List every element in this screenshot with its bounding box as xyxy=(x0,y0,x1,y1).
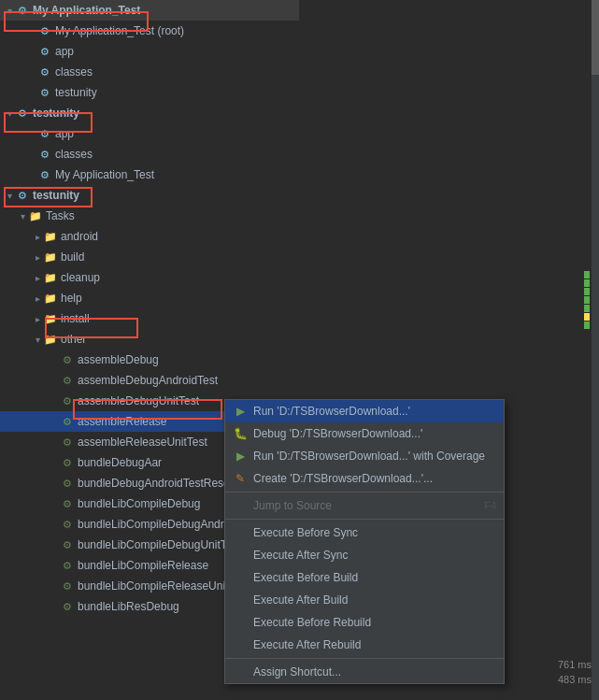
tree-item-testunity1[interactable]: ⚙ testunity xyxy=(0,82,299,103)
ctx-separator-3 xyxy=(225,658,504,659)
tree-label-assembledebug: assembleDebug xyxy=(78,353,159,366)
ctx-assign-label: Assign Shortcut... xyxy=(253,665,496,679)
tree-label-classes1: classes xyxy=(55,65,93,79)
arrow-cleanup xyxy=(32,272,43,283)
exec-before-build-icon xyxy=(233,570,248,585)
green-bar-1 xyxy=(584,271,590,279)
gradle-icon-10: ⚙ xyxy=(15,188,30,203)
ctx-separator-1 xyxy=(225,492,504,493)
tree-label-testunity-group: testunity xyxy=(33,107,79,120)
main-panel: ⚙ My Application_Test ⚙ My Application_T… xyxy=(0,0,599,700)
tree-item-tasks[interactable]: 📁 Tasks xyxy=(0,206,299,226)
ctx-create-item[interactable]: ✎ Create 'D:/TSBrowserDownload...'... xyxy=(225,467,504,490)
ctx-exec-after-sync-label: Execute After Sync xyxy=(253,549,496,562)
arrow-empty-15 xyxy=(49,498,60,509)
tree-label-app2: app xyxy=(55,127,74,140)
green-bar-5 xyxy=(584,305,590,312)
ctx-exec-before-sync-item[interactable]: Execute Before Sync xyxy=(225,521,504,544)
scrollbar-thumb[interactable] xyxy=(592,0,599,75)
tree-item-app2[interactable]: ⚙ app xyxy=(0,123,299,144)
tree-label-myapp: My Application_Test xyxy=(55,168,154,181)
arrow-other xyxy=(32,334,43,345)
arrow-empty-19 xyxy=(49,580,60,592)
gear-icon-assemblerelease: ⚙ xyxy=(60,414,75,429)
ctx-exec-after-sync-item[interactable]: Execute After Sync xyxy=(225,544,504,566)
ctx-exec-before-build-item[interactable]: Execute Before Build xyxy=(225,566,504,589)
tree-label-assemblerelease: assembleRelease xyxy=(78,415,166,428)
tree-label-assembledebugunitest: assembleDebugUnitTest xyxy=(78,394,199,407)
tree-item-classes1[interactable]: ⚙ classes xyxy=(0,62,299,82)
tree-item-testunity2[interactable]: ⚙ testunity xyxy=(0,185,299,206)
ctx-jump-item[interactable]: Jump to Source F4 xyxy=(225,494,504,517)
tree-label-bundlelibresDebug: bundleLibResDebug xyxy=(78,600,179,613)
ctx-assign-item[interactable]: Assign Shortcut... xyxy=(225,661,504,683)
gradle-icon-4: ⚙ xyxy=(37,64,52,79)
ctx-exec-before-rebuild-item[interactable]: Execute Before Rebuild xyxy=(225,611,504,634)
arrow-empty-2 xyxy=(26,46,37,57)
gear-icon-bundlelibcompiledebugunitest: ⚙ xyxy=(60,537,75,552)
arrow-install xyxy=(32,313,43,324)
arrow-empty-13 xyxy=(49,457,60,468)
tree-item-android[interactable]: 📁 android xyxy=(0,226,299,247)
gear-icon-bundlelibcompilereleaseunittest: ⚙ xyxy=(60,579,75,593)
tree-item-help[interactable]: 📁 help xyxy=(0,288,299,308)
gradle-icon-3: ⚙ xyxy=(37,44,52,59)
tree-label-bundlelibcompiledebug: bundleLibCompileDebug xyxy=(78,497,200,510)
ctx-exec-after-build-label: Execute After Build xyxy=(253,593,496,607)
status-bar: 761 ms 483 ms xyxy=(496,653,599,700)
tree-item-assembledebugandroidtest[interactable]: ⚙ assembleDebugAndroidTest xyxy=(0,370,299,391)
gradle-icon-6: ⚙ xyxy=(15,106,30,121)
tree-label-classes2: classes xyxy=(55,148,93,161)
ctx-exec-before-build-label: Execute Before Build xyxy=(253,571,496,584)
folder-icon-install: 📁 xyxy=(43,311,58,326)
exec-after-rebuild-icon xyxy=(233,637,248,652)
gradle-icon-9: ⚙ xyxy=(37,167,52,182)
arrow-help xyxy=(32,293,43,304)
tree-item-app1[interactable]: ⚙ app xyxy=(0,41,299,62)
gear-icon-assemblereleaseunittest: ⚙ xyxy=(60,435,75,450)
ctx-exec-after-rebuild-item[interactable]: Execute After Rebuild xyxy=(225,634,504,656)
ctx-run-item[interactable]: ▶ Run 'D:/TSBrowserDownload...' xyxy=(225,400,504,422)
arrow-empty-9 xyxy=(49,375,60,386)
arrow-empty-7 xyxy=(26,169,37,180)
ctx-create-label: Create 'D:/TSBrowserDownload...'... xyxy=(253,472,496,485)
green-bars xyxy=(584,271,590,329)
gradle-icon-2: ⚙ xyxy=(37,23,52,38)
tree-label-other: other xyxy=(61,333,86,346)
tree-item-testunity-group[interactable]: ⚙ testunity xyxy=(0,103,299,123)
tree-label-android: android xyxy=(61,230,98,243)
tree-item-cleanup[interactable]: 📁 cleanup xyxy=(0,267,299,288)
arrow-empty-18 xyxy=(49,560,60,571)
tree-label-build: build xyxy=(61,250,84,264)
ctx-coverage-item[interactable]: ▶ Run 'D:/TSBrowserDownload...' with Cov… xyxy=(225,445,504,467)
folder-icon-tasks: 📁 xyxy=(28,208,43,223)
ctx-debug-label: Debug 'D:/TSBrowserDownload...' xyxy=(253,427,496,440)
tree-label-cleanup: cleanup xyxy=(61,271,100,284)
tree-item-build[interactable]: 📁 build xyxy=(0,247,299,267)
tree-label-testunity2: testunity xyxy=(33,189,79,202)
arrow-android xyxy=(32,231,43,242)
arrow-root xyxy=(4,5,15,16)
tree-item-other[interactable]: 📁 other xyxy=(0,329,299,350)
tree-item-assembledebug[interactable]: ⚙ assembleDebug xyxy=(0,350,299,370)
tree-item-myapp[interactable]: ⚙ My Application_Test xyxy=(0,164,299,185)
ctx-exec-before-rebuild-label: Execute Before Rebuild xyxy=(253,616,496,629)
exec-before-sync-icon xyxy=(233,525,248,540)
tree-label-tasks: Tasks xyxy=(46,209,75,222)
tree-label-bundlelibcompiledebugunitest: bundleLibCompileDebugUnitTest xyxy=(78,538,241,551)
ctx-debug-item[interactable]: 🐛 Debug 'D:/TSBrowserDownload...' xyxy=(225,422,504,445)
tree-item-root-label[interactable]: ⚙ My Application_Test (root) xyxy=(0,21,299,41)
tree-label-assembledebugandroidtest: assembleDebugAndroidTest xyxy=(78,374,218,387)
tree-item-classes2[interactable]: ⚙ classes xyxy=(0,144,299,164)
folder-icon-other: 📁 xyxy=(43,332,58,347)
tree-item-root[interactable]: ⚙ My Application_Test xyxy=(0,0,299,21)
yellow-bar xyxy=(584,313,590,321)
tree-item-install[interactable]: 📁 install xyxy=(0,308,299,329)
gear-icon-bundlelibresDebug: ⚙ xyxy=(60,599,75,614)
ctx-exec-after-build-item[interactable]: Execute After Build xyxy=(225,589,504,611)
folder-icon-help: 📁 xyxy=(43,291,58,306)
arrow-empty-6 xyxy=(26,149,37,160)
green-bar-6 xyxy=(584,321,590,329)
tree-label-bundlelibcompilereleaseunittest: bundleLibCompileReleaseUnitTest xyxy=(78,579,249,593)
tree-label-assemblereleaseunittest: assembleReleaseUnitTest xyxy=(78,436,207,449)
